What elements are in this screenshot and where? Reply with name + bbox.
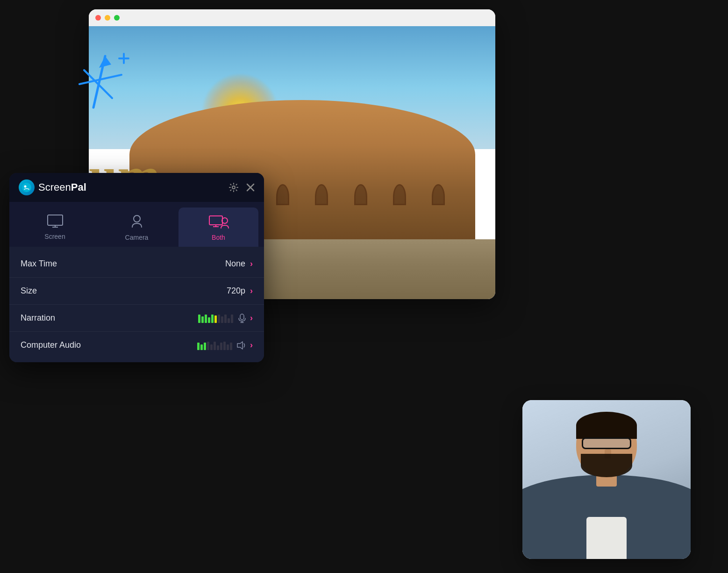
camera-icon [130,214,143,231]
computer-audio-row[interactable]: Computer Audio [9,332,264,358]
max-time-value: None [225,259,245,269]
meter-bar [204,343,206,350]
header-icons [228,182,255,193]
camera-tab-label: Camera [125,234,149,241]
panel-header: ScreenPal [9,173,264,202]
narration-row[interactable]: Narration [9,305,264,332]
svg-point-9 [134,215,140,222]
screen-tab-label: Screen [44,233,65,240]
meter-bar [217,345,219,350]
meter-bar [197,343,200,350]
mic-icon [238,314,246,323]
meter-bar [218,315,220,323]
both-tab-icon [208,214,229,229]
brand-name: ScreenPal [38,181,86,193]
meter-bar [228,318,230,323]
size-label: Size [21,286,227,296]
browser-chrome [89,9,495,26]
max-time-chevron: › [250,259,253,269]
screenpal-panel: ScreenPal [9,173,264,362]
camera-tab-icon [130,214,143,229]
size-chevron: › [250,286,253,296]
narration-label: Narration [21,313,198,323]
computer-audio-meter [197,341,246,350]
narration-chevron: › [250,313,253,323]
man-hair [576,412,637,439]
close-button[interactable] [246,183,255,192]
webcam-preview [522,400,691,559]
settings-icon [228,182,239,193]
svg-rect-5 [48,215,63,225]
meter-bar [221,316,223,323]
brand-name-prefix: Screen [38,181,71,193]
max-time-row[interactable]: Max Time None › [9,251,264,278]
brand-icon-svg [21,182,32,193]
tab-screen[interactable]: Screen [15,208,95,247]
browser-close-dot [95,15,101,21]
svg-marker-18 [237,342,243,349]
speaker-icon [237,341,246,350]
browser-minimize-dot [105,15,110,21]
size-row[interactable]: Size 720p › [9,278,264,305]
arch [432,184,445,205]
meter-bar [227,344,229,350]
svg-point-0 [22,183,31,192]
narration-bars [198,314,233,323]
meter-bar [210,344,213,350]
meter-bar [200,344,203,350]
computer-audio-label: Computer Audio [21,340,197,350]
both-tab-label: Both [212,234,225,241]
svg-point-2 [232,186,235,189]
arch [315,184,328,205]
man-beard [581,454,632,477]
man-head [576,412,637,477]
browser-maximize-dot [114,15,120,21]
svg-rect-15 [240,314,244,320]
meter-bar [230,343,232,350]
size-value: 720p [227,286,245,296]
annotation-decoration [65,47,131,114]
tab-camera[interactable]: Camera [97,208,177,247]
svg-rect-10 [209,216,222,225]
meter-bar [201,316,204,323]
brand-icon [19,179,35,195]
arch [354,184,367,205]
meter-bar [211,315,214,323]
arch [393,184,406,205]
brand-area: ScreenPal [19,179,86,195]
meter-bar [198,315,200,323]
settings-list: Max Time None › Size 720p › Narration [9,247,264,362]
man-shirt [586,517,627,559]
meter-bar [220,343,222,350]
screen-tab-icon [47,214,64,228]
man-figure [522,400,691,559]
screen-icon [47,214,64,230]
meter-bar [231,315,233,323]
man-glasses [582,437,631,449]
arch [276,184,289,205]
brand-name-suffix: Pal [71,181,86,193]
cross-line-2 [84,70,112,98]
meter-bar [207,342,209,350]
narration-meter [198,314,246,323]
audio-bars [197,341,232,350]
annotation-svg [65,47,131,112]
svg-point-1 [24,186,27,188]
computer-audio-chevron: › [250,340,253,350]
meter-bar [214,315,217,323]
meter-bar [223,342,226,350]
close-icon [246,183,255,192]
meter-bar [224,315,227,323]
both-icon [208,214,229,231]
meter-bar [205,315,207,323]
arrow-head [99,56,111,68]
settings-button[interactable] [228,182,239,193]
meter-bar [208,317,210,323]
mode-tabs: Screen Camera [9,202,264,247]
meter-bar [214,342,216,350]
max-time-label: Max Time [21,259,225,269]
tab-both[interactable]: Both [178,208,258,247]
